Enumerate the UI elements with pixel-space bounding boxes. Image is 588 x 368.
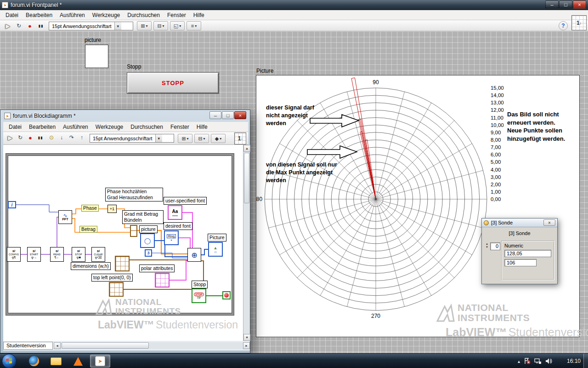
menu-durchsuchen[interactable]: Durchsuchen [124,10,164,20]
close-icon[interactable]: × [543,219,555,226]
dimensions-cluster-node[interactable] [115,256,130,271]
increment-node[interactable]: +1 [107,205,117,213]
action-center-flag-icon[interactable] [523,357,531,365]
media-app-taskbar-icon[interactable] [68,355,88,368]
menu-fenster[interactable]: Fenster [164,10,190,20]
minimize-button[interactable]: – [545,0,559,9]
si-read-node[interactable]: siREAD¶← [50,247,64,262]
stop-terminal-label[interactable]: Stopp [192,281,208,288]
scroll-left-icon[interactable]: ◂ [54,342,61,349]
bundle-node[interactable] [130,225,137,237]
context-help-button[interactable]: ? [559,21,568,30]
spinner-arrows-icon[interactable]: ▲▼ [486,242,490,250]
polar-attributes-label[interactable]: polar attributes [139,264,175,272]
step-over-button[interactable]: ↷ [67,133,77,142]
picture-local-label[interactable]: picture [139,225,158,233]
picture-terminal-node[interactable]: ▲ ▭ [208,242,223,257]
loop-iteration-terminal[interactable]: i [8,201,16,208]
vi-icon[interactable]: 1↓ [234,132,246,144]
picture-terminal-label[interactable]: Picture [208,234,226,242]
align-objects-dropdown[interactable]: ⊞▾ [137,21,152,30]
user-font-node[interactable]: Aa ▬▬ [168,205,182,220]
comment-phase-count[interactable]: Phase hochzählen Grad Herauszufinden [105,188,163,201]
picture-local-node[interactable]: ◯ [140,233,155,248]
probe-titlebar[interactable]: [3] Sonde × [482,218,557,227]
menu-bearbeiten[interactable]: Bearbeiten [22,10,56,20]
si-start-node[interactable]: siSTARTψ→ [27,247,41,262]
user-font-label[interactable]: user-specified font [164,197,207,205]
blockdiagram-titlebar[interactable]: ➤ forum.vi Blockdiagramm * – □ × [0,110,250,122]
menu-hilfe[interactable]: Hilfe [193,122,211,132]
pause-button[interactable]: ▮▮ [36,21,46,30]
browser-taskbar-icon[interactable] [24,355,44,368]
abort-button[interactable]: ● [25,21,35,30]
horizontal-scrollbar[interactable] [61,342,243,349]
picture-control[interactable] [85,45,108,68]
step-out-button[interactable]: ↑ [77,133,87,142]
dimensions-label[interactable]: dimensions (w,h) [71,262,111,270]
menu-bearbeiten[interactable]: Bearbeiten [25,122,59,132]
menu-fenster[interactable]: Fenster [167,122,193,132]
run-button[interactable]: ▶ [3,21,13,30]
polar-plot-node[interactable]: ⊕ [187,248,201,262]
start-button[interactable] [2,354,17,368]
run-continuous-button[interactable]: ↻ [15,133,25,142]
menu-datei[interactable]: Datei [2,10,22,20]
menu-durchsuchen[interactable]: Durchsuchen [127,122,167,132]
align-objects-dropdown[interactable]: ⊞▾ [178,134,192,143]
ring-constant-node[interactable]: Ring ▾ [164,230,179,245]
si-clear-node[interactable]: siCLEARψ⌫ [91,247,105,262]
top-left-point-node[interactable] [109,282,124,297]
maximize-button[interactable]: □ [222,111,234,119]
fft-node[interactable]: ∿ FFT [58,210,72,224]
betrag-wire-label[interactable]: Betrag [79,226,97,233]
font-selector[interactable]: 15pt Anwendungsschriftart ▾ [90,134,174,143]
menu-werkzeuge[interactable]: Werkzeuge [89,10,124,20]
close-button[interactable]: × [573,0,586,9]
frontpanel-titlebar[interactable]: ➤ forum.vi Frontpanel * – □ × [0,0,588,10]
pause-button[interactable]: ▮▮ [35,133,45,142]
vi-icon[interactable]: 1↓ [571,15,587,30]
font-selector[interactable]: 15pt Anwendungsschriftart ▾ [49,22,133,30]
distribute-objects-dropdown[interactable]: ⊟▾ [153,21,168,30]
si-stop-node[interactable]: siSTOPψ■ [72,247,85,262]
restore-button[interactable]: □ [559,0,572,9]
minimize-button[interactable]: – [209,111,221,119]
volume-icon[interactable] [545,357,552,365]
si-config-node[interactable]: siCONFIGψ¶ [7,247,21,262]
tray-expand-icon[interactable]: ▴ [518,359,520,364]
probe-index-control[interactable]: ▲▼ 0 [486,242,500,250]
loop-condition-terminal[interactable] [222,291,231,299]
numeric-constant-3[interactable]: 3 [145,249,152,257]
reorder-dropdown[interactable]: ≡▾ [187,21,201,30]
labview-taskbar-icon[interactable]: ➤ [90,355,110,368]
polar-attributes-node[interactable] [155,273,170,288]
stop-button-control[interactable]: STOPP [127,73,219,93]
vertical-scrollbar[interactable]: ▴ ▾ [243,145,250,341]
network-icon[interactable] [534,357,542,365]
blockdiagram-statusbar: Studentenversion ◂ ▸ [3,341,250,351]
run-continuous-button[interactable]: ↻ [14,21,24,30]
stop-boolean-terminal[interactable]: STOP TF [192,288,206,303]
distribute-objects-dropdown[interactable]: ⊟▾ [194,134,209,143]
scroll-right-icon[interactable]: ▸ [243,342,250,349]
menu-ausfuehren[interactable]: Ausführen [56,10,89,20]
comment-bundle[interactable]: Grad mit Betrag Bündeln [122,210,164,224]
step-into-button[interactable]: ↓ [57,133,67,142]
abort-button[interactable]: ● [25,133,35,142]
resize-objects-dropdown[interactable]: ◱▾ [170,21,185,30]
run-button[interactable]: ▶ [5,133,15,142]
close-button[interactable]: × [234,111,246,119]
highlight-execution-button[interactable]: ⊙ [46,133,57,142]
menu-werkzeuge[interactable]: Werkzeuge [92,122,127,132]
explorer-taskbar-icon[interactable] [46,355,66,368]
menu-ausfuehren[interactable]: Ausführen [59,122,92,132]
top-left-point-label[interactable]: top left point(0, 0) [91,274,133,282]
clean-diagram-dropdown[interactable]: ◆▾ [211,134,226,143]
desired-font-label[interactable]: desired font [164,222,192,230]
show-desktop-button[interactable] [583,354,588,368]
taskbar-clock[interactable]: 16:10 [567,354,581,368]
menu-datei[interactable]: Datei [5,122,25,132]
phase-wire-label[interactable]: Phase [81,205,99,212]
menu-hilfe[interactable]: Hilfe [190,10,208,20]
